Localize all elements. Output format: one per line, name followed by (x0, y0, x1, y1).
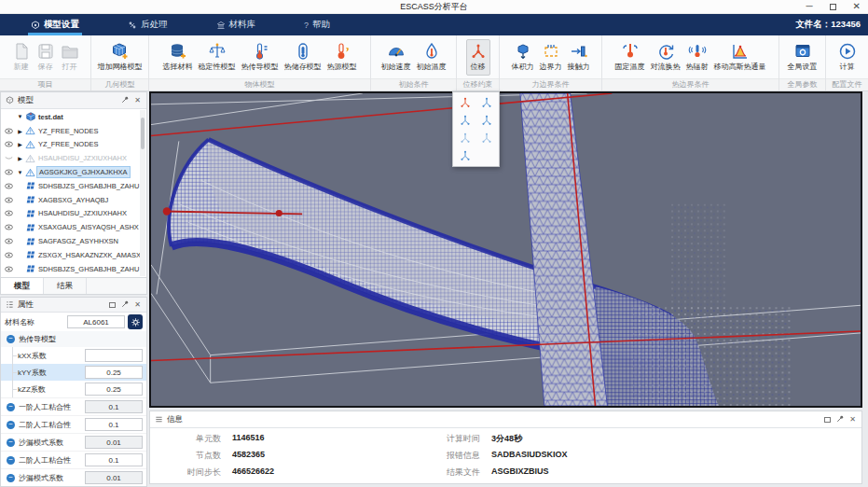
visibility-eye-icon[interactable] (5, 210, 13, 216)
collapse-section-icon[interactable]: − (7, 438, 15, 447)
toolbar-group-label: 位移约束 (457, 78, 499, 90)
tree-item-selected[interactable]: ▼ AGSGKJKG_GJHXAJKHXA (1, 165, 146, 179)
visibility-eye-closed-icon[interactable] (5, 155, 13, 161)
displacement-type-option[interactable] (476, 112, 498, 130)
expand-arrow-icon[interactable]: ▼ (16, 114, 24, 119)
heat-conduction-section[interactable]: − 热传导模型 (1, 331, 146, 347)
displacement-type-option[interactable] (455, 146, 476, 164)
tree-item[interactable]: XAGBSXG_AYHAQBJ (1, 193, 146, 207)
viewport-3d[interactable] (149, 91, 862, 408)
heat-storage-model-button[interactable]: 热储存模型 (282, 39, 324, 76)
close-panel-icon[interactable]: ✕ (848, 415, 857, 424)
kxx-field[interactable] (85, 349, 143, 362)
pin-icon[interactable] (120, 96, 129, 104)
new-button[interactable]: 新建 (9, 39, 34, 76)
displacement-type-option[interactable] (455, 112, 476, 130)
tree-scrollbar[interactable] (140, 110, 145, 276)
visibility-eye-icon[interactable] (5, 224, 13, 230)
param-field[interactable]: 0.01 (85, 436, 143, 449)
pin-icon[interactable] (120, 300, 129, 309)
param-field[interactable]: 0.1 (85, 418, 143, 431)
close-panel-icon[interactable]: ✕ (133, 96, 142, 104)
tree-item[interactable]: HSAUHDISU_JZXIUXHAHX (1, 207, 146, 221)
visibility-eye-icon[interactable] (5, 141, 13, 147)
tree-item[interactable]: SDHSBJZS_GHSABJHB_ZAHU (1, 179, 146, 193)
tab-results[interactable]: 结果 (44, 278, 87, 294)
displacement-type-option[interactable] (455, 130, 476, 147)
tree-item[interactable]: XSAXGAUS_AISYAQSH_ASHX (1, 220, 146, 234)
collapse-section-icon[interactable]: − (7, 403, 15, 411)
tree-item[interactable]: ▶ YZ_FREE_NODES (1, 138, 146, 152)
collapse-section-icon[interactable]: − (7, 335, 15, 343)
visibility-eye-icon[interactable] (5, 183, 13, 189)
displacement-type-option[interactable] (476, 130, 498, 147)
menu-help[interactable]: ? 帮助 (301, 14, 333, 35)
compute-button[interactable]: 计算 (835, 39, 860, 76)
material-settings-button[interactable] (128, 314, 143, 329)
tree-root-row[interactable]: ▼ test.dat (1, 110, 146, 124)
radiation-button[interactable]: 热辐射 (683, 39, 711, 76)
restore-panel-icon[interactable] (824, 417, 831, 423)
pin-icon[interactable] (835, 415, 844, 424)
tree-item[interactable]: SAGFASGZ_ASYHHXSN (1, 234, 146, 248)
gaussian-flux-button[interactable]: 移动高斯热通量 (711, 39, 769, 76)
collapse-section-icon[interactable]: − (7, 421, 15, 429)
menu-postprocess[interactable]: 后处理 (125, 14, 171, 35)
scrollbar-thumb[interactable] (141, 118, 145, 149)
restore-button[interactable] (830, 4, 836, 10)
param-field[interactable]: 0.01 (85, 471, 143, 484)
visibility-eye-icon[interactable] (5, 128, 13, 134)
fixed-temperature-button[interactable]: 固定温度 (613, 39, 648, 76)
expand-arrow-icon[interactable]: ▼ (16, 170, 24, 175)
part-icon (25, 237, 35, 246)
element-count-value: 1146516 (232, 433, 409, 445)
toolbar-group-label: 全局参数 (779, 78, 825, 90)
boundary-force-button[interactable]: 边界力 (537, 39, 565, 76)
convection-button[interactable]: 对流换热 (648, 39, 683, 76)
material-name-field[interactable]: AL6061 (67, 315, 125, 328)
minimize-button[interactable]: ─ (806, 2, 813, 11)
restore-panel-icon[interactable] (109, 302, 116, 308)
global-settings-button[interactable]: 全局设置 (785, 39, 820, 76)
heat-conduction-model-button[interactable]: 热传导模型 (239, 39, 282, 76)
param-field[interactable]: 0.1 (85, 453, 143, 466)
close-button[interactable]: ✕ (853, 2, 861, 11)
visibility-eye-icon[interactable] (5, 252, 13, 258)
tree-item[interactable]: ZSXGX_HSAKAZNZXK_AMASX (1, 248, 146, 262)
stability-model-button[interactable]: 稳定性模型 (196, 39, 239, 76)
select-material-button[interactable]: 选择材料 (160, 39, 196, 76)
close-panel-icon[interactable]: ✕ (133, 300, 142, 309)
save-button[interactable]: 保存 (34, 39, 58, 76)
collapse-section-icon[interactable]: − (7, 474, 15, 482)
tree-item[interactable]: ▶ YZ_FREE_NODES (1, 124, 146, 138)
menu-material-library[interactable]: 材料库 (214, 14, 259, 35)
node-count-label: 节点数 (150, 450, 232, 462)
visibility-eye-icon[interactable] (5, 197, 13, 203)
kzz-field[interactable]: 0.25 (85, 383, 143, 396)
visibility-eye-icon[interactable] (5, 266, 13, 272)
initial-velocity-button[interactable]: 初始速度 (379, 39, 414, 76)
kyy-field[interactable]: 0.25 (85, 366, 143, 379)
menu-model-settings[interactable]: 模型设置 (28, 14, 82, 35)
param-field[interactable]: 0.1 (85, 400, 143, 413)
fixed-temperature-icon (621, 42, 640, 61)
displacement-type-option[interactable] (455, 94, 476, 112)
open-button[interactable]: 打开 (58, 39, 82, 76)
tree-item[interactable]: SDHSBJZS_GHSABJHB_ZAHU (1, 262, 146, 276)
collapse-arrow-icon[interactable]: ▶ (16, 128, 24, 134)
tree-item[interactable]: ▶ HSAUHDISU_JZXIUXHAHX (1, 151, 146, 165)
collapse-arrow-icon[interactable]: ▶ (16, 155, 24, 161)
visibility-eye-icon[interactable] (5, 238, 13, 244)
collapse-arrow-icon[interactable]: ▶ (16, 141, 24, 147)
initial-temperature-button[interactable]: 初始温度 (414, 39, 449, 76)
visibility-eye-icon[interactable] (5, 169, 13, 175)
contact-force-button[interactable]: 接触力 (565, 39, 593, 76)
displacement-button[interactable]: 位移 (466, 39, 490, 76)
heat-source-model-button[interactable]: 热源模型 (324, 39, 360, 76)
collapse-section-icon[interactable]: − (7, 456, 15, 465)
body-force-button[interactable]: 体积力 (509, 39, 537, 76)
tab-model[interactable]: 模型 (1, 278, 44, 294)
add-mesh-model-button[interactable]: 增加网格模型 (95, 39, 145, 76)
info-fields: 单元数 1146516 计算时间 3分48秒 节点数 4582365 报错信息 … (150, 428, 861, 479)
displacement-type-option[interactable] (476, 94, 498, 112)
